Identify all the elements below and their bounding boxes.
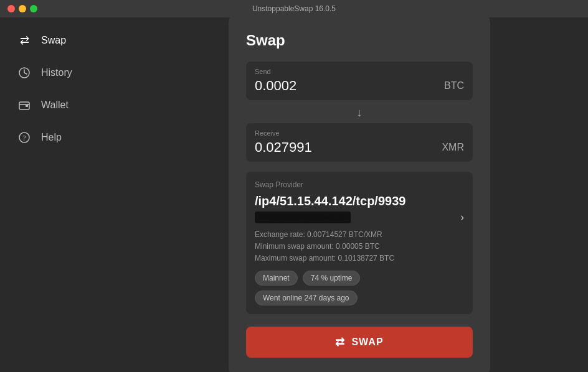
sidebar-label-swap: Swap	[41, 35, 66, 46]
provider-arrow-icon[interactable]: ›	[460, 211, 464, 224]
provider-info: Exchange rate: 0.00714527 BTC/XMR Minimu…	[255, 229, 464, 265]
send-value: 0.0002	[255, 78, 296, 94]
receive-label: Receive	[255, 129, 464, 137]
history-icon	[17, 66, 31, 80]
send-row: 0.0002 BTC	[255, 78, 464, 94]
tag-mainnet: Mainnet	[255, 271, 298, 286]
send-currency: BTC	[444, 80, 464, 91]
provider-section: Swap Provider /ip4/51.15.44.142/tcp/9939…	[246, 172, 473, 315]
sidebar-item-swap[interactable]: ⇄ Swap	[5, 25, 126, 56]
swap-button-icon: ⇄	[335, 335, 345, 349]
send-label: Send	[255, 68, 464, 75]
svg-text:?: ?	[22, 134, 26, 142]
receive-field-group: Receive 0.027991 XMR	[246, 123, 473, 162]
exchange-rate: Exchange rate: 0.00714527 BTC/XMR	[255, 229, 464, 241]
max-swap: Maximum swap amount: 0.10138727 BTC	[255, 253, 464, 264]
maximize-button[interactable]	[30, 5, 37, 12]
receive-row: 0.027991 XMR	[255, 139, 464, 156]
close-button[interactable]	[7, 5, 15, 12]
wallet-icon	[17, 98, 31, 112]
swap-button[interactable]: ⇄ SWAP	[246, 327, 473, 358]
provider-address: /ip4/51.15.44.142/tcp/9939	[255, 194, 464, 208]
swap-icon: ⇄	[17, 34, 31, 47]
tag-uptime: 74 % uptime	[303, 271, 361, 286]
provider-id: 12Dx9xxxxxxxxxxxxxxxx	[255, 212, 351, 223]
tags-row: Mainnet 74 % uptime Went online 247 days…	[255, 271, 464, 305]
provider-id-row: 12Dx9xxxxxxxxxxxxxxxx ›	[255, 211, 464, 224]
receive-value: 0.027991	[255, 139, 312, 156]
main-content: Swap Send 0.0002 BTC ↓ Receive 0.027991 …	[131, 17, 588, 372]
sidebar-item-history[interactable]: History	[5, 57, 126, 88]
title-bar: UnstoppableSwap 16.0.5	[0, 0, 588, 17]
swap-card-title: Swap	[246, 32, 473, 49]
sidebar-item-wallet[interactable]: Wallet	[5, 90, 126, 121]
sidebar-label-history: History	[41, 67, 72, 78]
help-icon: ?	[17, 131, 31, 144]
min-swap: Minimum swap amount: 0.00005 BTC	[255, 241, 464, 253]
app-title: UnstoppableSwap 16.0.5	[252, 4, 336, 13]
window-controls	[7, 5, 37, 12]
minimize-button[interactable]	[19, 5, 26, 12]
swap-button-label: SWAP	[351, 337, 383, 348]
receive-currency: XMR	[442, 142, 464, 153]
tag-online: Went online 247 days ago	[255, 291, 358, 305]
sidebar-item-help[interactable]: ? Help	[5, 122, 126, 153]
arrow-down: ↓	[246, 103, 473, 123]
provider-label: Swap Provider	[255, 180, 464, 189]
send-field-group: Send 0.0002 BTC	[246, 62, 473, 100]
sidebar-label-help: Help	[41, 132, 62, 143]
app-body: ⇄ Swap History Wallet	[0, 17, 588, 372]
sidebar: ⇄ Swap History Wallet	[0, 17, 131, 372]
down-arrow-icon: ↓	[357, 106, 363, 119]
swap-card: Swap Send 0.0002 BTC ↓ Receive 0.027991 …	[229, 17, 490, 372]
sidebar-label-wallet: Wallet	[41, 100, 69, 111]
